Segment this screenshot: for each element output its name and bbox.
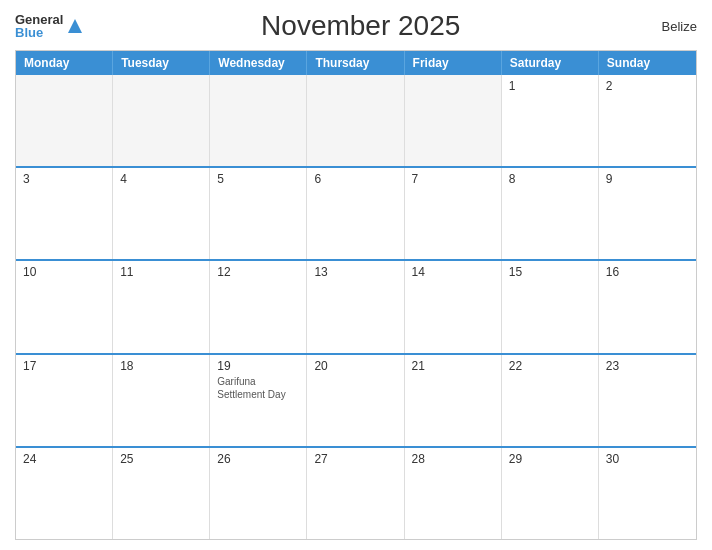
- logo: General Blue: [15, 13, 84, 39]
- calendar: MondayTuesdayWednesdayThursdayFridaySatu…: [15, 50, 697, 540]
- calendar-cell: 18: [113, 355, 210, 446]
- day-number: 17: [23, 359, 105, 373]
- calendar-cell: 11: [113, 261, 210, 352]
- calendar-cell: 10: [16, 261, 113, 352]
- page-title: November 2025: [84, 10, 637, 42]
- calendar-cell: 2: [599, 75, 696, 166]
- calendar-cell: 28: [405, 448, 502, 539]
- day-number: 28: [412, 452, 494, 466]
- country-label: Belize: [637, 19, 697, 34]
- calendar-cell: 14: [405, 261, 502, 352]
- day-number: 10: [23, 265, 105, 279]
- calendar-cell: 30: [599, 448, 696, 539]
- day-number: 14: [412, 265, 494, 279]
- calendar-cell: 3: [16, 168, 113, 259]
- day-number: 6: [314, 172, 396, 186]
- day-number: 29: [509, 452, 591, 466]
- day-number: 12: [217, 265, 299, 279]
- day-number: 27: [314, 452, 396, 466]
- calendar-cell: 1: [502, 75, 599, 166]
- calendar-cell: 19Garifuna Settlement Day: [210, 355, 307, 446]
- calendar-cell: 23: [599, 355, 696, 446]
- day-of-week-header: Thursday: [307, 51, 404, 75]
- calendar-cell: 21: [405, 355, 502, 446]
- day-number: 16: [606, 265, 689, 279]
- day-number: 13: [314, 265, 396, 279]
- calendar-cell: [307, 75, 404, 166]
- day-number: 15: [509, 265, 591, 279]
- svg-marker-0: [68, 19, 82, 33]
- page: General Blue November 2025 Belize Monday…: [0, 0, 712, 550]
- day-number: 4: [120, 172, 202, 186]
- calendar-cell: 15: [502, 261, 599, 352]
- calendar-cell: 24: [16, 448, 113, 539]
- calendar-cell: 20: [307, 355, 404, 446]
- calendar-row: 3456789: [16, 168, 696, 261]
- logo-blue: Blue: [15, 26, 63, 39]
- day-number: 1: [509, 79, 591, 93]
- calendar-row: 171819Garifuna Settlement Day20212223: [16, 355, 696, 448]
- calendar-body: 12345678910111213141516171819Garifuna Se…: [16, 75, 696, 539]
- calendar-cell: 13: [307, 261, 404, 352]
- calendar-cell: [405, 75, 502, 166]
- day-number: 7: [412, 172, 494, 186]
- day-of-week-header: Friday: [405, 51, 502, 75]
- calendar-cell: 29: [502, 448, 599, 539]
- day-number: 5: [217, 172, 299, 186]
- header: General Blue November 2025 Belize: [15, 10, 697, 42]
- day-of-week-header: Wednesday: [210, 51, 307, 75]
- day-number: 30: [606, 452, 689, 466]
- logo-icon: [66, 17, 84, 35]
- calendar-cell: 27: [307, 448, 404, 539]
- day-of-week-header: Saturday: [502, 51, 599, 75]
- calendar-cell: 16: [599, 261, 696, 352]
- calendar-cell: 25: [113, 448, 210, 539]
- event-label: Garifuna Settlement Day: [217, 375, 299, 401]
- calendar-row: 10111213141516: [16, 261, 696, 354]
- calendar-cell: 5: [210, 168, 307, 259]
- calendar-cell: 12: [210, 261, 307, 352]
- day-number: 23: [606, 359, 689, 373]
- day-number: 9: [606, 172, 689, 186]
- day-number: 3: [23, 172, 105, 186]
- calendar-cell: 7: [405, 168, 502, 259]
- day-number: 2: [606, 79, 689, 93]
- calendar-cell: 22: [502, 355, 599, 446]
- calendar-cell: [210, 75, 307, 166]
- calendar-cell: 9: [599, 168, 696, 259]
- calendar-cell: 6: [307, 168, 404, 259]
- day-number: 24: [23, 452, 105, 466]
- day-of-week-header: Sunday: [599, 51, 696, 75]
- day-number: 22: [509, 359, 591, 373]
- day-number: 11: [120, 265, 202, 279]
- day-of-week-header: Tuesday: [113, 51, 210, 75]
- calendar-header: MondayTuesdayWednesdayThursdayFridaySatu…: [16, 51, 696, 75]
- day-number: 20: [314, 359, 396, 373]
- calendar-row: 12: [16, 75, 696, 168]
- day-of-week-header: Monday: [16, 51, 113, 75]
- calendar-cell: 26: [210, 448, 307, 539]
- calendar-cell: [113, 75, 210, 166]
- day-number: 19: [217, 359, 299, 373]
- calendar-row: 24252627282930: [16, 448, 696, 539]
- day-number: 26: [217, 452, 299, 466]
- day-number: 8: [509, 172, 591, 186]
- day-number: 21: [412, 359, 494, 373]
- calendar-cell: 17: [16, 355, 113, 446]
- calendar-cell: 8: [502, 168, 599, 259]
- day-number: 18: [120, 359, 202, 373]
- calendar-cell: [16, 75, 113, 166]
- day-number: 25: [120, 452, 202, 466]
- calendar-cell: 4: [113, 168, 210, 259]
